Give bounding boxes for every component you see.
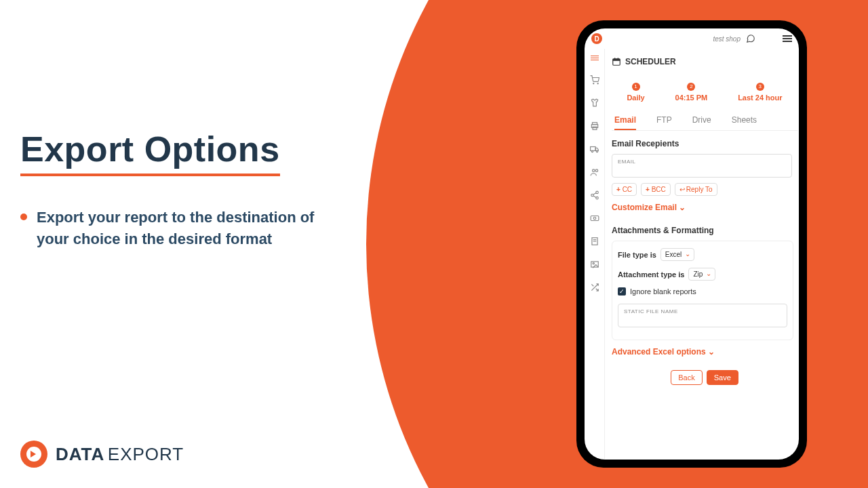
- money-icon[interactable]: [590, 214, 599, 223]
- step-time[interactable]: 2 04:15 PM: [675, 81, 708, 102]
- attachments-heading: Attachments & Formatting: [612, 226, 797, 235]
- hamburger-icon[interactable]: [783, 34, 792, 43]
- bullet-icon: [20, 214, 27, 220]
- svg-point-14: [593, 217, 596, 220]
- svg-point-9: [595, 169, 598, 171]
- bcc-button[interactable]: + BCC: [641, 183, 671, 196]
- email-input[interactable]: [618, 165, 786, 174]
- calendar-icon: [612, 57, 621, 66]
- svg-point-19: [593, 262, 594, 264]
- cart-icon[interactable]: [590, 75, 599, 85]
- shirt-icon[interactable]: [590, 98, 599, 108]
- device-frame: D test shop: [576, 20, 807, 468]
- cc-button[interactable]: + CC: [612, 183, 637, 196]
- svg-point-11: [591, 194, 593, 197]
- recipients-heading: Email Recepients: [612, 139, 797, 148]
- shuffle-icon[interactable]: [590, 283, 599, 292]
- users-icon[interactable]: [590, 167, 599, 177]
- file-type-label: File type is: [618, 251, 656, 259]
- section-title: SCHEDULER: [625, 57, 676, 66]
- advanced-excel-toggle[interactable]: Advanced Excel options: [612, 347, 715, 357]
- svg-rect-21: [613, 59, 620, 61]
- chat-icon[interactable]: [746, 34, 755, 43]
- bullet-text: Export your report to the destination of…: [37, 207, 346, 250]
- reply-to-button[interactable]: Reply To: [675, 183, 717, 196]
- svg-point-6: [591, 150, 593, 152]
- back-button[interactable]: Back: [671, 370, 702, 385]
- attachment-type-label: Attachment type is: [618, 270, 684, 279]
- file-type-dropdown[interactable]: Excel: [660, 248, 694, 261]
- svg-rect-13: [591, 216, 599, 220]
- step-daily[interactable]: 1 Daily: [627, 81, 644, 102]
- svg-rect-5: [590, 146, 595, 150]
- side-rail: [585, 49, 605, 460]
- tab-sheets[interactable]: Sheets: [732, 111, 757, 130]
- tab-drive[interactable]: Drive: [692, 111, 711, 130]
- ignore-blank-checkbox[interactable]: ✓: [618, 287, 626, 296]
- email-field[interactable]: EMAIL: [612, 154, 792, 178]
- page-title: Export Options: [20, 129, 280, 176]
- logo-mark-icon: [20, 441, 47, 468]
- rail-menu-icon[interactable]: [591, 54, 599, 62]
- customize-email-toggle[interactable]: Customize Email: [612, 203, 686, 212]
- svg-point-1: [597, 83, 598, 83]
- svg-point-0: [593, 83, 593, 83]
- static-filename-field[interactable]: STATIC FILE NAME: [618, 304, 787, 327]
- footer-logo: DATA EXPORT: [20, 441, 184, 468]
- svg-point-7: [596, 150, 597, 152]
- image-icon[interactable]: [590, 260, 599, 269]
- step-range[interactable]: 3 Last 24 hour: [738, 81, 782, 102]
- shop-label: test shop: [713, 35, 741, 43]
- doc-icon[interactable]: [590, 237, 599, 246]
- static-filename-input[interactable]: [624, 314, 781, 324]
- logo-word-2: EXPORT: [108, 444, 184, 464]
- ignore-blank-label: Ignore blank reports: [630, 287, 696, 296]
- svg-point-8: [592, 169, 595, 171]
- tab-ftp[interactable]: FTP: [656, 111, 672, 130]
- logo-word-1: DATA: [56, 444, 104, 464]
- share-icon[interactable]: [590, 190, 599, 200]
- save-button[interactable]: Save: [707, 370, 738, 385]
- truck-icon[interactable]: [590, 144, 599, 154]
- app-logo-icon: D: [591, 33, 602, 44]
- printer-icon[interactable]: [590, 121, 599, 131]
- tab-email[interactable]: Email: [614, 111, 636, 130]
- attachment-type-dropdown[interactable]: Zip: [688, 268, 715, 281]
